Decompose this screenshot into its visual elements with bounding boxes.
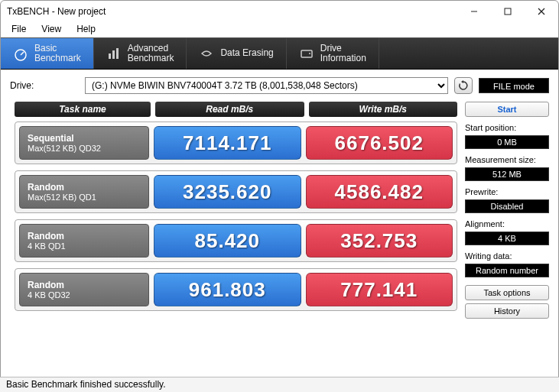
alignment-value[interactable]: 4 KB	[465, 232, 549, 245]
measurement-size-label: Measurement size:	[465, 152, 549, 164]
refresh-icon	[458, 80, 469, 91]
file-mode-button[interactable]: FILE mode	[479, 78, 549, 93]
header-write: Write mB/s	[309, 102, 458, 117]
prewrite-value[interactable]: Disabled	[465, 199, 549, 213]
tab-basic-benchmark[interactable]: Basic Benchmark	[1, 38, 94, 69]
refresh-button[interactable]	[454, 77, 473, 94]
task-cell[interactable]: Random Max(512 KB) QD1	[19, 175, 149, 209]
tab-drive-information[interactable]: Drive Information	[287, 38, 379, 69]
drive-row: Drive: (G:) NVMe BIWIN BNV740004T 3.72 T…	[1, 70, 558, 102]
prewrite-label: Prewrite:	[465, 184, 549, 196]
result-row: Random 4 KB QD1 85.420 352.753	[15, 219, 457, 262]
history-button[interactable]: History	[465, 303, 549, 319]
tab-label: Drive Information	[320, 44, 366, 63]
minimize-button[interactable]	[457, 1, 491, 22]
svg-line-5	[21, 52, 24, 55]
read-value: 961.803	[154, 273, 301, 306]
task-cell[interactable]: Random 4 KB QD1	[19, 224, 149, 258]
svg-rect-9	[301, 50, 312, 57]
tab-data-erasing[interactable]: Data Erasing	[187, 38, 286, 69]
result-row: Random 4 KB QD32 961.803 777.141	[15, 268, 457, 311]
read-value: 7114.171	[154, 126, 301, 160]
writing-data-value[interactable]: Random number	[465, 264, 549, 277]
write-value: 777.141	[306, 273, 453, 306]
tab-label: Advanced Benchmark	[128, 44, 174, 63]
write-value: 4586.482	[306, 175, 453, 209]
tab-label: Data Erasing	[220, 48, 273, 58]
header-task: Task name	[15, 102, 151, 117]
write-value: 6676.502	[306, 126, 453, 160]
drive-icon	[299, 46, 314, 61]
task-title: Sequential	[28, 133, 141, 144]
svg-point-10	[309, 53, 310, 54]
task-title: Random	[28, 231, 141, 241]
status-bar: Basic Benchmark finished successfully.	[0, 377, 559, 392]
results-panel: Task name Read mB/s Write mB/s Sequentia…	[15, 102, 457, 319]
start-button[interactable]: Start	[465, 102, 549, 117]
svg-rect-8	[116, 48, 119, 59]
task-cell[interactable]: Random 4 KB QD32	[19, 273, 149, 306]
task-options-button[interactable]: Task options	[465, 285, 549, 300]
task-cell[interactable]: Sequential Max(512 KB) QD32	[19, 126, 149, 160]
tab-advanced-benchmark[interactable]: Advanced Benchmark	[94, 38, 187, 69]
bars-icon	[106, 46, 122, 61]
result-row: Random Max(512 KB) QD1 3235.620 4586.482	[15, 170, 457, 213]
titlebar: TxBENCH - New project	[1, 1, 558, 22]
menubar: File View Help	[1, 22, 558, 37]
menu-file[interactable]: File	[4, 22, 34, 37]
svg-rect-7	[112, 50, 115, 59]
result-row: Sequential Max(512 KB) QD32 7114.171 667…	[15, 121, 457, 164]
header-read: Read mB/s	[155, 102, 304, 117]
writing-data-label: Writing data:	[465, 248, 549, 261]
measurement-size-value[interactable]: 512 MB	[465, 167, 549, 181]
task-subtitle: 4 KB QD32	[28, 290, 141, 300]
window-title: TxBENCH - New project	[7, 6, 457, 17]
status-text: Basic Benchmark finished successfully.	[6, 379, 166, 390]
task-title: Random	[28, 280, 141, 290]
menu-view[interactable]: View	[34, 22, 69, 37]
read-value: 3235.620	[154, 175, 301, 209]
erase-icon	[199, 46, 214, 61]
drive-label: Drive:	[10, 80, 79, 91]
menu-help[interactable]: Help	[69, 22, 103, 37]
sidebar: Start Start position: 0 MB Measurement s…	[465, 102, 549, 319]
svg-rect-6	[109, 53, 111, 59]
task-subtitle: 4 KB QD1	[28, 241, 141, 251]
tab-label: Basic Benchmark	[34, 44, 81, 63]
task-subtitle: Max(512 KB) QD1	[28, 193, 141, 202]
task-subtitle: Max(512 KB) QD32	[28, 144, 141, 153]
svg-rect-1	[505, 8, 511, 15]
close-button[interactable]	[525, 1, 558, 22]
read-value: 85.420	[154, 224, 301, 258]
gauge-icon	[13, 46, 28, 61]
maximize-button[interactable]	[491, 1, 525, 22]
write-value: 352.753	[306, 224, 453, 258]
drive-select[interactable]: (G:) NVMe BIWIN BNV740004T 3.72 TB (8,00…	[85, 77, 448, 94]
alignment-label: Alignment:	[465, 216, 549, 228]
start-position-label: Start position:	[465, 120, 549, 132]
tabbar: Basic Benchmark Advanced Benchmark Data …	[1, 37, 558, 70]
start-position-value[interactable]: 0 MB	[465, 135, 549, 149]
task-title: Random	[28, 182, 141, 193]
